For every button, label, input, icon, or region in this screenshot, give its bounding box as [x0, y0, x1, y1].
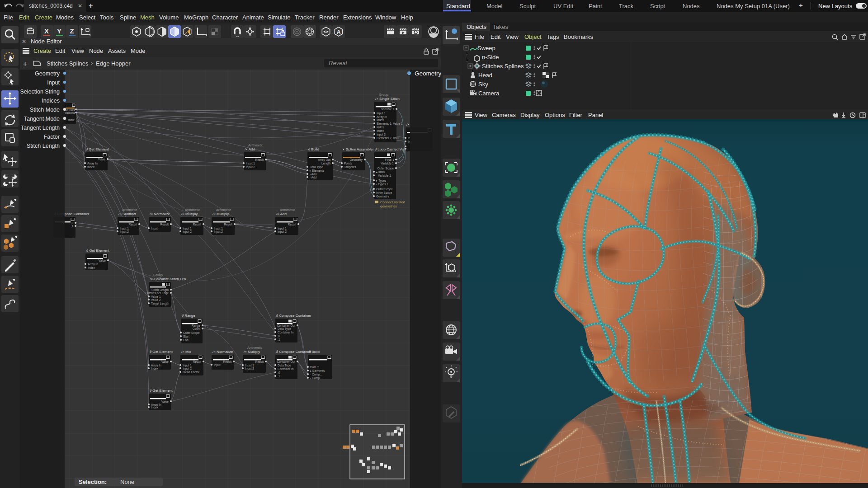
svg-text:Input 2: Input 2: [245, 367, 254, 371]
svg-text:▸ Initial: ▸ Initial: [376, 170, 386, 174]
svg-text:n-Side: n-Side: [482, 54, 499, 61]
svg-text:Input 1: Input 1: [246, 162, 255, 165]
svg-text:Input 2: Input 2: [183, 367, 192, 371]
svg-text:Stitches Splines: Stitches Splines: [482, 63, 524, 70]
svg-text:Start: Start: [183, 335, 189, 338]
svg-text:/× Add: /× Add: [276, 212, 287, 216]
svg-text:Sweep: Sweep: [477, 45, 495, 52]
svg-text:Connect iterated: Connect iterated: [380, 200, 405, 204]
svg-text:Value 2: Value 2: [151, 298, 161, 301]
svg-text:Stitch Length: Stitch Length: [27, 143, 60, 149]
svg-text:Geometry: Geometry: [415, 70, 441, 77]
svg-text:Head: Head: [478, 72, 492, 79]
svg-text:/× Normalize: /× Normalize: [212, 350, 233, 354]
svg-text:Index: Index: [377, 129, 384, 132]
svg-text:Count: Count: [193, 327, 201, 330]
svg-text:∂ Build: ∂ Build: [309, 350, 320, 354]
svg-text:Elements 2, Valu...: Elements 2, Valu...: [377, 136, 401, 140]
svg-text:Container Out: Container Out: [277, 360, 296, 363]
svg-text:∂ Get Element: ∂ Get Element: [150, 350, 173, 354]
svg-text:Arithmetic: Arithmetic: [248, 143, 264, 147]
svg-text:...male: ...male: [66, 118, 75, 122]
svg-text:Factor: Factor: [44, 134, 60, 140]
svg-text:∂ Get Element: ∂ Get Element: [150, 389, 173, 393]
svg-text:Index: Index: [151, 367, 159, 370]
svg-text:∂ Tangent Mode: ∂ Tangent Mode: [38, 118, 60, 122]
svg-text:Data Type: Data Type: [278, 327, 291, 331]
svg-text:Tangent Length: Tangent Length: [21, 125, 60, 131]
svg-text:None: None: [120, 479, 134, 485]
svg-text:Input: Input: [47, 80, 60, 86]
svg-text:∂ Compose Container: ∂ Compose Container: [276, 314, 311, 318]
svg-text:Data T...: Data T...: [310, 366, 321, 369]
svg-text:Index: Index: [87, 165, 95, 169]
svg-text:Target Length: Target Length: [151, 302, 169, 305]
svg-text:∂ Get Element: ∂ Get Element: [86, 147, 109, 151]
svg-text:,1: ,1: [278, 375, 280, 378]
svg-text:,0: ,0: [71, 221, 74, 225]
svg-text:In: In: [408, 136, 410, 140]
svg-text:Outer Scope: Outer Scope: [377, 167, 394, 170]
svg-text:Result: Result: [193, 223, 202, 226]
svg-text:∂ Range: ∂ Range: [182, 314, 195, 318]
svg-text:Data Type: Data Type: [310, 165, 323, 169]
svg-text:∂ Loop Carried Value: ∂ Loop Carried Value: [375, 147, 409, 151]
svg-text:Inner Scope: Inner Scope: [376, 191, 392, 195]
svg-text:∂ Get Element: ∂ Get Element: [86, 249, 109, 253]
svg-text:Input 2: Input 2: [183, 230, 192, 234]
svg-text:/× Calculate Stitch Len...: /× Calculate Stitch Len...: [150, 277, 189, 281]
svg-text:Blend Factor: Blend Factor: [183, 371, 200, 374]
svg-text:Array In: Array In: [88, 263, 98, 266]
svg-text:Value: Value: [99, 259, 106, 262]
svg-text:Input 2: Input 2: [214, 230, 223, 234]
svg-text:Stitch Mode: Stitch Mode: [30, 107, 60, 113]
svg-text:Elements 1, Value 1: Elements 1, Value 1: [377, 122, 403, 125]
svg-text:Arithmetic: Arithmetic: [216, 208, 231, 212]
svg-text:Array Out: Array Out: [318, 158, 330, 162]
svg-text:/× Multiply: /× Multiply: [244, 350, 260, 354]
svg-text:Z: Z: [70, 27, 74, 35]
svg-text:∂ Compose Container: ∂ Compose Container: [276, 350, 311, 354]
svg-text:End: End: [183, 338, 189, 342]
svg-text:Container Out: Container Out: [277, 324, 296, 327]
svg-text:Arithmetic: Arithmetic: [280, 208, 295, 212]
svg-text:A: A: [337, 29, 341, 35]
svg-text:Container In: Container In: [278, 331, 294, 334]
svg-text:,1: ,1: [71, 225, 74, 228]
svg-text:Stitches per Edge: Stitches per Edge: [146, 291, 169, 295]
svg-text:Arithmetic: Arithmetic: [122, 208, 137, 212]
svg-text:Value: Value: [98, 158, 106, 161]
svg-text:Value: Value: [161, 360, 169, 363]
svg-text:Geometry: Geometry: [349, 158, 363, 162]
svg-text:Selection:: Selection:: [79, 479, 107, 485]
svg-text:Geometry: Geometry: [35, 70, 60, 77]
svg-text:X: X: [44, 27, 49, 35]
svg-text:,1: ,1: [278, 338, 280, 341]
svg-text:Result: Result: [255, 158, 264, 161]
svg-text:,0: ,0: [278, 371, 280, 374]
svg-text:Outer Scope: Outer Scope: [376, 188, 393, 191]
svg-text:Input: Input: [151, 227, 158, 230]
svg-text:Positions: Positions: [63, 111, 75, 114]
svg-text:Group: Group: [379, 93, 388, 97]
svg-text:◐ Spline Assembler: ◐ Spline Assembler: [343, 147, 374, 151]
svg-text:/× Add: /× Add: [245, 147, 255, 151]
svg-text:In: In: [408, 140, 410, 143]
svg-text:Value: Value: [161, 400, 169, 403]
svg-text:Variable 1: Variable 1: [381, 108, 394, 111]
svg-text:Input: Input: [214, 363, 221, 367]
svg-text:Input 2: Input 2: [120, 230, 129, 234]
svg-text:Geometry: Geometry: [376, 195, 389, 198]
svg-text:/× Multiply: /× Multiply: [212, 212, 229, 216]
svg-text:geometries: geometries: [380, 204, 397, 208]
svg-text:Outer Scope: Outer Scope: [183, 331, 200, 335]
svg-text:Indices: Indices: [42, 98, 60, 104]
svg-text:Result: Result: [224, 223, 233, 226]
svg-text:- Comp...: - Comp...: [310, 373, 322, 376]
svg-text:Camera: Camera: [478, 90, 500, 97]
svg-text:,0: ,0: [278, 334, 280, 338]
svg-text:Arithmetic: Arithmetic: [247, 346, 263, 350]
svg-text:Result: Result: [288, 223, 297, 226]
svg-text:Container In: Container In: [278, 367, 294, 371]
svg-text:- Types.1: - Types.1: [376, 183, 388, 186]
